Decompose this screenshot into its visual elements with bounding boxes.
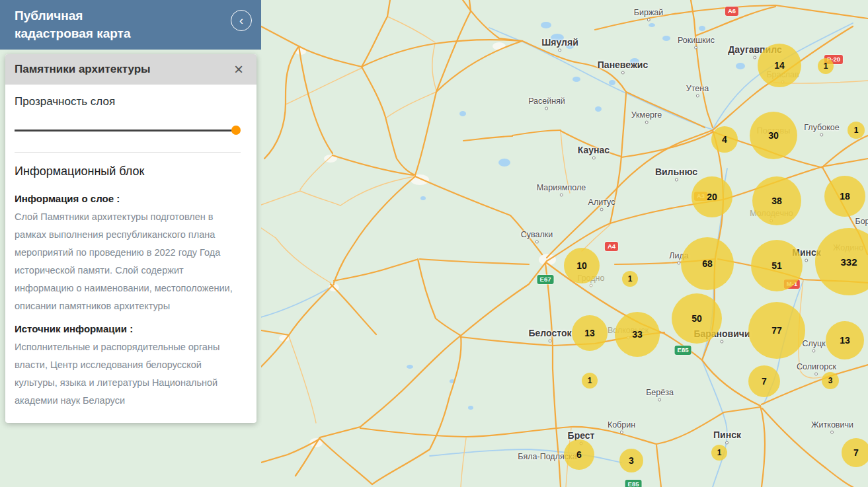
close-panel-button[interactable]: × <box>229 59 249 79</box>
opacity-slider-label: Прозрачность слоя <box>15 95 241 108</box>
info-block-heading: Информационный блок <box>15 165 241 178</box>
cluster-marker[interactable]: 51 <box>751 240 803 291</box>
cluster-marker[interactable]: 4 <box>711 126 738 153</box>
layer-panel-header: Памятники архитектуры × <box>5 54 256 85</box>
collapse-panel-button[interactable]: ‹ <box>231 10 252 31</box>
layer-info-text: Слой Памятники архитектуры подготовлен в… <box>15 208 241 315</box>
opacity-slider-track[interactable] <box>15 130 239 131</box>
cluster-marker[interactable]: 1 <box>818 58 834 74</box>
layer-panel-body: Прозрачность слоя Информационный блок Ин… <box>5 85 256 423</box>
cluster-marker[interactable]: 20 <box>691 176 732 217</box>
cluster-marker[interactable]: 7 <box>748 365 780 397</box>
cluster-marker[interactable]: 3 <box>619 449 643 472</box>
layer-panel: Памятники архитектуры × Прозрачность сло… <box>5 54 256 423</box>
app-window: ДнепрДнепрЗападная Двина А6Р-20М-3М-8А3А… <box>0 0 868 487</box>
close-icon: × <box>234 60 243 78</box>
source-info-text: Исполнительные и распорядительные органы… <box>15 338 241 410</box>
cluster-marker[interactable]: 30 <box>750 112 797 159</box>
layer-info-label: Информация о слое : <box>15 193 241 204</box>
map[interactable]: ДнепрДнепрЗападная Двина А6Р-20М-3М-8А3А… <box>261 0 868 487</box>
cluster-marker[interactable]: 6 <box>564 439 594 470</box>
opacity-slider[interactable] <box>15 126 239 135</box>
app-title-line2: кадастровая карта <box>15 24 248 42</box>
cluster-marker[interactable]: 50 <box>672 293 722 344</box>
cluster-marker[interactable]: 1 <box>848 122 865 139</box>
cluster-marker[interactable]: 33 <box>615 312 660 357</box>
chevron-left-icon: ‹ <box>239 14 243 27</box>
panel-divider <box>15 152 241 153</box>
cluster-marker[interactable]: 18 <box>824 176 865 217</box>
cluster-marker[interactable]: 14 <box>758 44 801 87</box>
cluster-marker[interactable]: 1 <box>582 373 598 389</box>
opacity-slider-thumb[interactable] <box>231 126 241 135</box>
cluster-marker[interactable]: 13 <box>572 315 608 351</box>
cluster-marker[interactable]: 1 <box>622 271 638 287</box>
layer-panel-title: Памятники архитектуры <box>15 63 229 76</box>
cluster-marker[interactable]: 10 <box>564 248 600 283</box>
cluster-marker[interactable]: 77 <box>748 302 805 359</box>
app-title-line1: Публичная <box>15 7 248 24</box>
cluster-marker[interactable]: 38 <box>752 176 801 225</box>
app-header: Публичная кадастровая карта ‹ <box>0 0 261 50</box>
cluster-marker[interactable]: 1 <box>711 445 727 461</box>
source-info-label: Источник информации : <box>15 323 241 334</box>
cluster-marker[interactable]: 3 <box>822 372 839 389</box>
cluster-marker[interactable]: 13 <box>826 321 864 359</box>
cluster-marker[interactable]: 68 <box>681 237 734 290</box>
cluster-marker[interactable]: 7 <box>842 438 868 467</box>
cluster-layer: 1411154302038181181016851332269273133350… <box>261 0 868 487</box>
cluster-marker[interactable]: 332 <box>815 228 868 295</box>
